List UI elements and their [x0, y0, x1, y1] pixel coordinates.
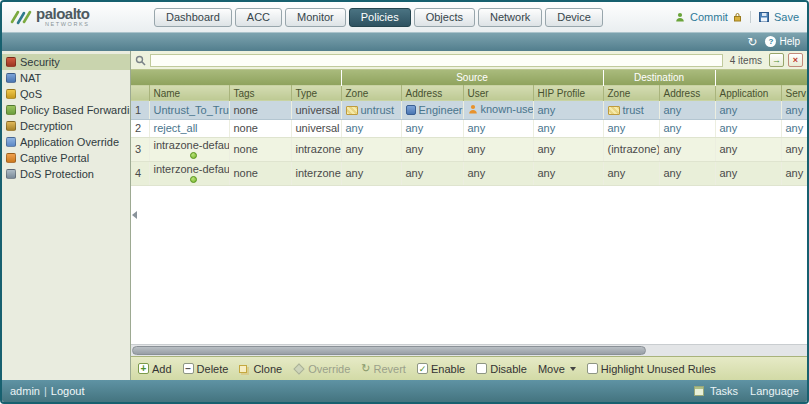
service-link[interactable]: any [786, 104, 804, 116]
revert-button[interactable]: ↻ Revert [361, 363, 406, 375]
table-row: 1 Untrust_To_Trust none universal untrus… [131, 101, 807, 119]
horizontal-scrollbar-thumb[interactable] [132, 346, 646, 355]
row-number[interactable]: 1 [131, 101, 149, 119]
apply-filter-button[interactable]: → [769, 53, 784, 67]
col-dst-address[interactable]: Address [659, 85, 715, 101]
tasks-button[interactable]: Tasks [694, 385, 738, 397]
disable-button[interactable]: Disable [476, 363, 527, 375]
horizontal-scrollbar[interactable] [131, 344, 807, 356]
sidebar-item-nat[interactable]: NAT [2, 70, 130, 86]
group-header-blank-right [715, 70, 807, 85]
col-src-address[interactable]: Address [401, 85, 463, 101]
src-address-link[interactable]: any [406, 122, 424, 134]
col-service[interactable]: Serv [781, 85, 807, 101]
top-bar: paloalto NETWORKS Dashboard ACC Monitor … [2, 2, 807, 32]
enable-icon: ✓ [417, 363, 428, 374]
src-address-cell: Engineering [401, 101, 463, 119]
row-number[interactable]: 2 [131, 119, 149, 137]
user-link[interactable]: any [468, 122, 486, 134]
dst-zone-link[interactable]: trust [623, 104, 644, 116]
highlight-unused-rules-toggle[interactable]: Highlight Unused Rules [587, 363, 716, 375]
dst-address-link[interactable]: any [664, 104, 682, 116]
language-button[interactable]: Language [750, 385, 799, 397]
rule-name-link[interactable]: reject_all [154, 122, 198, 134]
clone-button[interactable]: Clone [239, 363, 282, 375]
tags-cell: none [229, 101, 291, 119]
rule-name-cell: reject_all [149, 119, 229, 137]
clone-icon [239, 365, 247, 373]
rule-name-link[interactable]: Untrust_To_Trust [154, 104, 230, 116]
refresh-icon[interactable]: ↻ [747, 36, 757, 48]
sidebar-item-application-override[interactable]: Application Override [2, 134, 130, 150]
dst-zone-cell: any [603, 119, 659, 137]
src-zone-cell: untrust [341, 101, 401, 119]
sidebar-item-label: Captive Portal [20, 152, 89, 164]
tab-objects[interactable]: Objects [414, 8, 475, 27]
col-type[interactable]: Type [291, 85, 341, 101]
sidebar-item-captive-portal[interactable]: Captive Portal [2, 150, 130, 166]
help-button[interactable]: ? Help [765, 36, 800, 47]
tab-network[interactable]: Network [478, 8, 542, 27]
sidebar-item-policy-based-forwarding[interactable]: Policy Based Forwarding [2, 102, 130, 118]
destination-group-header: Destination [603, 70, 715, 85]
filter-bar: 4 items → × [131, 51, 807, 70]
tab-policies[interactable]: Policies [349, 8, 411, 27]
move-dropdown[interactable]: Move [538, 363, 576, 375]
highlight-unused-rules-label: Highlight Unused Rules [601, 363, 716, 375]
language-label: Language [750, 385, 799, 397]
sidebar-item-dos-protection[interactable]: DoS Protection [2, 166, 130, 182]
save-link[interactable]: Save [774, 11, 799, 23]
src-zone-link[interactable]: any [346, 122, 364, 134]
dos-protection-icon [6, 169, 16, 179]
dst-address-cell: any [659, 161, 715, 185]
override-button[interactable]: Override [293, 363, 350, 375]
user-cell: any [463, 119, 533, 137]
src-zone-link[interactable]: untrust [361, 104, 395, 116]
hip-link[interactable]: any [538, 122, 556, 134]
filter-input[interactable] [150, 54, 723, 67]
tab-monitor[interactable]: Monitor [285, 8, 346, 27]
dst-address-link[interactable]: any [664, 122, 682, 134]
col-tags[interactable]: Tags [229, 85, 291, 101]
user-link[interactable]: known-user [481, 103, 534, 115]
type-cell: intrazone [291, 137, 341, 161]
service-cell: any [781, 101, 807, 119]
row-number[interactable]: 4 [131, 161, 149, 185]
table-row: 2 reject_all none universal any any any … [131, 119, 807, 137]
col-application[interactable]: Application [715, 85, 781, 101]
application-cell: any [715, 101, 781, 119]
dst-zone-link[interactable]: any [608, 122, 626, 134]
add-button[interactable]: + Add [138, 363, 172, 375]
clear-filter-button[interactable]: × [788, 53, 803, 67]
policy-based-forwarding-icon [6, 105, 16, 115]
tab-acc[interactable]: ACC [235, 8, 282, 27]
row-number[interactable]: 3 [131, 137, 149, 161]
service-link[interactable]: any [786, 122, 804, 134]
enable-button[interactable]: ✓ Enable [417, 363, 465, 375]
sidebar-item-qos[interactable]: QoS [2, 86, 130, 102]
col-hip-profile[interactable]: HIP Profile [533, 85, 603, 101]
delete-button[interactable]: − Delete [183, 363, 229, 375]
hip-link[interactable]: any [538, 104, 556, 116]
application-link[interactable]: any [720, 104, 738, 116]
highlight-unused-rules-checkbox[interactable] [587, 363, 598, 374]
col-src-zone[interactable]: Zone [341, 85, 401, 101]
logout-link[interactable]: Logout [51, 385, 85, 397]
application-link[interactable]: any [720, 122, 738, 134]
help-label: Help [779, 36, 800, 47]
collapse-sidebar-handle[interactable] [132, 211, 137, 219]
sidebar-item-security[interactable]: Security [2, 54, 130, 70]
col-user[interactable]: User [463, 85, 533, 101]
tab-device[interactable]: Device [545, 8, 603, 27]
col-dst-zone[interactable]: Zone [603, 85, 659, 101]
brand-text: paloalto NETWORKS [36, 6, 90, 28]
tab-dashboard[interactable]: Dashboard [154, 8, 232, 27]
sidebar-item-label: Security [20, 56, 60, 68]
sidebar-item-label: Policy Based Forwarding [20, 104, 130, 116]
sidebar-item-label: NAT [20, 72, 41, 84]
commit-link[interactable]: Commit [690, 11, 728, 23]
sidebar-item-decryption[interactable]: Decryption [2, 118, 130, 134]
src-address-link[interactable]: Engineering [419, 104, 464, 116]
col-name[interactable]: Name [149, 85, 229, 101]
main-region: Security NAT QoS Policy Based Forwarding… [2, 51, 807, 380]
